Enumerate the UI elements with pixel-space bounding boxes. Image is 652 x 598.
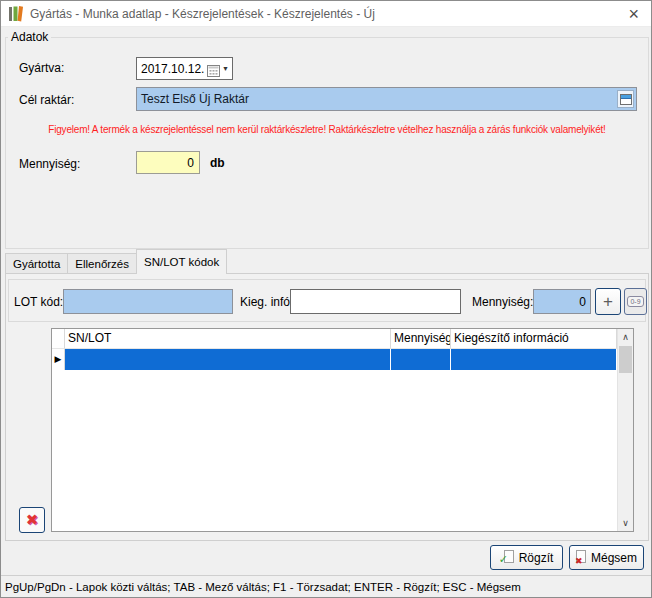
row-indicator-cell: ▶ (52, 349, 65, 370)
lookup-button[interactable] (617, 90, 634, 108)
cross-icon: ✖ (575, 556, 583, 566)
window-lookup-icon (620, 94, 632, 105)
column-header-mennyiseg[interactable]: Mennyiség (391, 329, 451, 349)
cancel-button[interactable]: ✖ Mégsem (569, 545, 644, 570)
cell-snlot (65, 349, 391, 370)
gyartva-date-value: 2017.10.12. (137, 62, 207, 76)
check-icon: ✓ (499, 553, 508, 566)
cel-raktar-field[interactable]: Teszt Első Új Raktár (136, 87, 637, 111)
warning-text: Figyelem! A termék a készrejelentéssel n… (7, 124, 647, 135)
gyartva-label: Gyártva: (19, 61, 64, 75)
status-bar: PgUp/PgDn - Lapok közti váltás; TAB - Me… (1, 575, 651, 597)
grid-header: SN/LOT Mennyiség Kiegészítő információ (52, 329, 617, 349)
lot-mennyiseg-input[interactable] (533, 289, 591, 314)
scroll-down-icon[interactable]: ∨ (618, 515, 633, 531)
kieg-info-input[interactable] (290, 289, 461, 314)
kieg-info-label: Kieg. infó: (240, 295, 293, 309)
add-lot-button[interactable]: + (595, 288, 621, 315)
app-icon (8, 5, 25, 22)
gyartva-date-field[interactable]: 2017.10.12. ▼ (136, 57, 233, 80)
cell-mennyiseg (391, 349, 451, 370)
cel-raktar-label: Cél raktár: (19, 93, 74, 107)
tab-strip: Gyártotta Ellenőrzés SN/LOT kódok (5, 249, 226, 274)
lot-kod-label: LOT kód: (14, 295, 63, 309)
snlot-grid: SN/LOT Mennyiség Kiegészítő információ ▶… (51, 328, 634, 532)
mennyiseg-input[interactable] (136, 151, 200, 174)
close-icon[interactable]: × (628, 2, 639, 26)
tab-gyartotta[interactable]: Gyártotta (5, 253, 68, 274)
save-button[interactable]: ✓ Rögzít (490, 545, 563, 570)
column-header-snlot[interactable]: SN/LOT (65, 329, 391, 349)
save-button-label: Rögzít (519, 551, 554, 565)
row-indicator-column-header (52, 329, 65, 349)
tab-ellenorzes[interactable]: Ellenőrzés (67, 253, 137, 274)
mennyiseg-unit: db (210, 156, 225, 170)
autonumber-icon: 0-9 (627, 296, 643, 307)
grid-row-selected[interactable]: ▶ (52, 349, 617, 370)
delete-icon: ✖ (26, 513, 39, 528)
tab-snlot-kodok[interactable]: SN/LOT kódok (136, 249, 227, 274)
scroll-up-icon[interactable]: ∧ (618, 329, 633, 345)
row-indicator-icon: ▶ (55, 354, 62, 364)
cancel-doc-icon: ✖ (576, 550, 586, 565)
dialog-window: Gyártás - Munka adatlap - Készrejelentés… (0, 0, 652, 598)
column-header-kieg-informacio[interactable]: Kiegészítő információ (451, 329, 617, 349)
lot-kod-input[interactable] (63, 289, 233, 314)
lot-mennyiseg-label: Mennyiség: (472, 295, 533, 309)
adatok-group-label: Adatok (8, 30, 51, 44)
delete-row-button[interactable]: ✖ (19, 507, 45, 533)
autonumber-button[interactable]: 0-9 (624, 288, 647, 315)
cel-raktar-value: Teszt Első Új Raktár (137, 92, 617, 106)
scrollbar-thumb[interactable] (619, 346, 632, 373)
status-bar-text: PgUp/PgDn - Lapok közti váltás; TAB - Me… (5, 576, 521, 598)
chevron-down-icon[interactable]: ▼ (222, 65, 229, 72)
cell-kieg (451, 349, 617, 370)
plus-icon: + (603, 293, 613, 310)
calendar-icon[interactable] (207, 63, 220, 75)
save-doc-icon: ✓ (500, 550, 514, 565)
title-bar: Gyártás - Munka adatlap - Készrejelentés… (1, 1, 651, 27)
cancel-button-label: Mégsem (591, 551, 637, 565)
window-title: Gyártás - Munka adatlap - Készrejelentés… (30, 1, 375, 27)
mennyiseg-label: Mennyiség: (19, 157, 80, 171)
adatok-groupbox (5, 37, 649, 249)
vertical-scrollbar[interactable]: ∧ ∨ (617, 329, 633, 531)
